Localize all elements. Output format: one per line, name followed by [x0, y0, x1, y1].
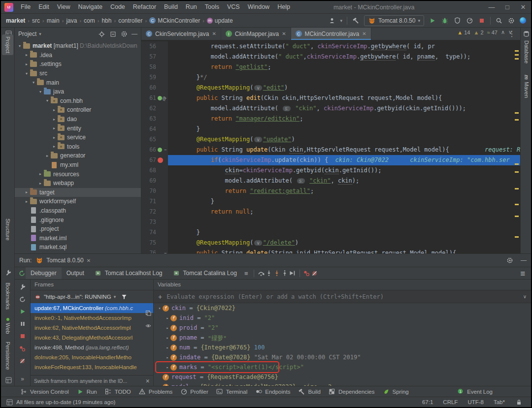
menu-view[interactable]: View [53, 1, 74, 13]
tree-arrow-icon[interactable]: ▸ [51, 117, 57, 122]
refresh-icon[interactable] [19, 295, 27, 303]
caret-position[interactable]: 67:1 [422, 399, 433, 405]
gutter[interactable]: 57 [141, 52, 168, 62]
breadcrumb-com[interactable]: com [84, 17, 95, 24]
variable-marks[interactable]: ▸fmarks = "<script>alert(1)</script>" [154, 362, 531, 372]
breadcrumb-main[interactable]: main [47, 17, 60, 24]
status-tool-dependencies[interactable]: Dependencies [328, 388, 375, 396]
close-tab-icon[interactable]: ✕ [87, 258, 91, 263]
tool-button-persistence[interactable]: Persistence [2, 340, 13, 372]
stop-icon[interactable] [478, 17, 486, 25]
code-line-69[interactable]: 69 model.addAttribute( s: "ckin", ckin); [141, 176, 520, 186]
gutter[interactable]: 73 [141, 217, 168, 227]
error-stripe-mark[interactable] [515, 188, 519, 189]
run-config-tab[interactable]: Tomcat 8.0.50 ✕ [35, 256, 91, 264]
debug-tab-Output[interactable]: Output [62, 267, 89, 279]
tree-item-java[interactable]: ▾java [15, 87, 141, 96]
crosshair-icon[interactable] [98, 30, 105, 38]
pause-icon[interactable] [19, 320, 27, 328]
gutter[interactable]: 61@− [141, 93, 168, 103]
debug-tab-Tomcat Localhost Log[interactable]: Tomcat Localhost Log [89, 267, 167, 279]
breadcrumb-src[interactable]: src [32, 17, 40, 24]
funnel-icon[interactable] [120, 293, 128, 301]
frame-item[interactable]: invoke:43, DelegatingMethodAccessorI [31, 333, 153, 343]
debug-tab-Debugger[interactable]: Debugger [26, 267, 62, 279]
gutter[interactable]: 70 [141, 186, 168, 196]
tool-button-maven[interactable]: mMaven [521, 73, 531, 100]
close-button[interactable]: ✕ [515, 1, 531, 13]
tool-button-bookmarks[interactable]: Bookmarks [2, 281, 13, 312]
breakpoint-icon[interactable] [158, 157, 163, 163]
inspections-widget[interactable]: ▲ 14▲ 2≈ 47∧∨ [457, 29, 512, 35]
menu-navigate[interactable]: Navigate [74, 1, 106, 13]
status-tool-build[interactable]: Build [298, 388, 321, 396]
code-line-68[interactable]: 68 ckin=ckinServiceImp.getbyid(ckin.getI… [141, 165, 520, 176]
tree-arrow-icon[interactable]: ▸ [51, 126, 57, 130]
stepout-icon[interactable] [281, 269, 289, 277]
status-tool-profiler[interactable]: Profiler [180, 388, 208, 396]
gutter[interactable]: 71 [141, 196, 168, 207]
menu-code[interactable]: Code [106, 1, 129, 13]
gear-icon[interactable] [507, 17, 515, 25]
tool-window-toggle-icon[interactable] [5, 398, 13, 406]
tree-item-.project[interactable]: .project [15, 224, 141, 234]
status-tool-run[interactable]: Run [76, 388, 97, 396]
status-tool-endpoints[interactable]: Endpoints [255, 388, 290, 396]
menu-file[interactable]: File [17, 1, 34, 13]
tree-item-src[interactable]: ▾src [15, 69, 141, 78]
breadcrumb-market[interactable]: market [6, 17, 25, 24]
tree-arrow-icon[interactable]: ▾ [44, 98, 50, 103]
grid-icon[interactable] [4, 376, 12, 384]
code-line-71[interactable]: 71 } [141, 196, 520, 207]
status-tool-terminal[interactable]: Terminal [216, 388, 247, 396]
error-stripe-mark[interactable] [515, 50, 519, 52]
gear-icon[interactable] [506, 256, 514, 264]
menu-window[interactable]: Window [244, 1, 273, 13]
code-line-57[interactable]: 57 model.addAttribute(" duct",ckinServic… [141, 52, 520, 62]
variable-num[interactable]: ▸fnum = {Integer@6765} 100 [154, 343, 531, 352]
run-config-select[interactable]: Tomcat 8.0.50▾ [364, 15, 424, 26]
code-line-75[interactable]: 75 @RequestMapping(∨"/delete") [141, 238, 520, 248]
tree-item-market[interactable]: ▾market [market1] D:\BaiduNetdiskDown [15, 41, 141, 51]
menu-run[interactable]: Run [182, 1, 201, 13]
gutter[interactable]: 69 [141, 176, 168, 186]
menu-build[interactable]: Build [160, 1, 182, 13]
tree-arrow-icon[interactable]: ▸ [44, 154, 50, 158]
code-line-67[interactable]: 67 if(ckinServiceImp.update(ckin)) { cki… [141, 155, 520, 165]
variable-ckin[interactable]: ▾fckin = {Ckin@7022} [154, 303, 531, 313]
code-line-70[interactable]: 70 return "redirect:getall"; [141, 186, 520, 196]
variable-request[interactable]: frequest = {RequestFacade@6756} [154, 372, 531, 382]
variable-pname[interactable]: ▸fpname = "绿萝" [154, 333, 531, 343]
shield-icon[interactable] [453, 17, 461, 25]
code-line-61[interactable]: 61@− public String edit(Ckin ckin,HttpSe… [141, 93, 520, 103]
gutter[interactable]: 62 [141, 103, 168, 114]
editor-tab-CkinServiceImp.java[interactable]: CCkinServiceImp.java✕ [141, 28, 221, 40]
variable-model[interactable]: fmodel = {BindingAwareModelMap@7023} siz… [154, 382, 531, 386]
tree-item-tools[interactable]: ▸tools [15, 142, 141, 152]
stepinto-icon[interactable] [265, 269, 273, 277]
error-stripe-mark[interactable] [515, 119, 519, 121]
layout-settings-icon[interactable]: ≣ [518, 270, 528, 277]
gutter[interactable]: 64 [141, 124, 168, 134]
gutter[interactable]: 56 [141, 41, 168, 52]
tree-arrow-icon[interactable]: ▸ [24, 190, 30, 194]
code-line-73[interactable]: 73 [141, 217, 520, 227]
hammer-icon[interactable] [352, 17, 360, 25]
profiler-icon[interactable] [466, 17, 473, 25]
tool-button-database[interactable]: Database [521, 38, 531, 65]
gutter[interactable]: 76− [141, 248, 168, 253]
tree-item-market.iml[interactable]: market.iml [15, 233, 141, 243]
close-tab-icon[interactable]: ✕ [282, 31, 286, 36]
frame-item[interactable]: invoke:62, NativeMethodAccessorImpl [31, 323, 153, 333]
tree-arrow-icon[interactable]: ▸ [51, 108, 57, 112]
encoding[interactable]: UTF-8 [467, 399, 484, 405]
tree-arrow-icon[interactable]: ▾ [31, 80, 36, 85]
tree-item-controller[interactable]: ▸controller [15, 105, 141, 115]
variable-indate[interactable]: ▸findate = {Date@7028} "Sat Mar 02 00:00… [154, 352, 531, 362]
tree-arrow-icon[interactable]: ▸ [24, 62, 30, 66]
code-line-74[interactable]: 74 } [141, 227, 520, 238]
frame-item[interactable]: invokeForRequest:133, InvocableHandle [31, 362, 153, 372]
thread-selector[interactable]: "http-apr-8...in": RUNNING▾ [31, 290, 153, 303]
person-icon[interactable] [328, 17, 336, 25]
stepover-icon[interactable] [257, 269, 265, 277]
